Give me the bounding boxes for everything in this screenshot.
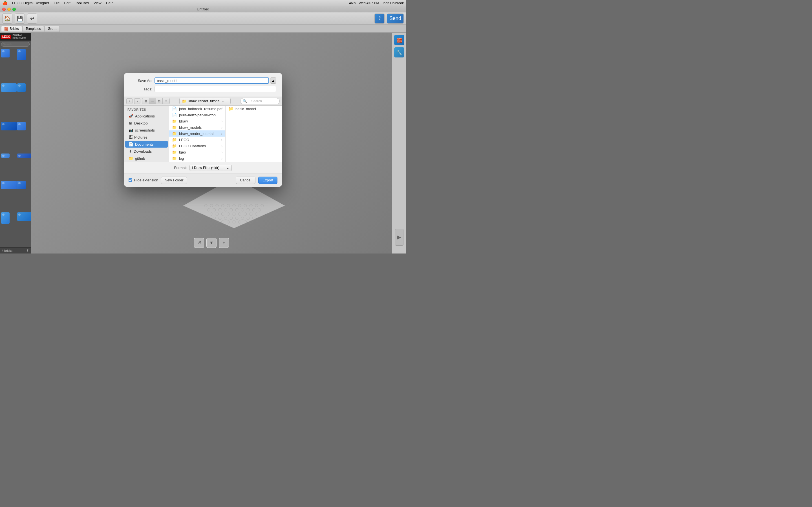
save-dialog: Save As: ▲ Tags: ‹ › ⊞ ☰ ⊟ ≡ 📁 ldr (124, 73, 282, 187)
file-item-resume[interactable]: 📄 john_holbrook_resume.pdf (169, 106, 225, 112)
user-name: John Holbrook (382, 1, 404, 5)
back-button[interactable]: ‹ (126, 98, 133, 104)
sidebar-item-label: Desktop (134, 121, 148, 125)
dialog-overlay: Save As: ▲ Tags: ‹ › ⊞ ☰ ⊟ ≡ 📁 ldr (0, 6, 406, 253)
file-name: ldraw_render_tutorial (179, 131, 213, 136)
cancel-button[interactable]: Cancel (236, 177, 255, 184)
menu-right: 46% Wed 4:07 PM John Holbrook (349, 1, 404, 5)
file-name: log (179, 156, 184, 161)
file-name: ldraw_models (179, 125, 202, 129)
collapse-button[interactable]: ▲ (270, 77, 276, 83)
dialog-footer: Hide extension New Folder Cancel Export (124, 173, 282, 187)
menu-file[interactable]: File (54, 1, 60, 5)
save-as-input[interactable] (154, 77, 269, 83)
browser-toolbar: ‹ › ⊞ ☰ ⊟ ≡ 📁 ldraw_render_tutorial ⌄ 🔍 … (124, 97, 282, 106)
arrow-icon: › (221, 156, 222, 161)
file-item-lego[interactable]: 📁 LEGO › (169, 136, 225, 143)
file-name: john_holbrook_resume.pdf (179, 107, 222, 111)
file-name: LEGO (179, 138, 189, 142)
search-placeholder: Search (251, 99, 262, 103)
screenshots-icon: 📷 (129, 128, 133, 132)
applications-icon: 🚀 (129, 114, 133, 118)
sidebar-item-screenshots[interactable]: 📷 screenshots (125, 127, 168, 133)
save-as-label: Save As: (130, 78, 152, 83)
sidebar-item-label: Pictures (134, 135, 147, 139)
sidebar-item-label: screenshots (135, 128, 155, 132)
format-dropdown[interactable]: LDraw-Files (*.ldr) ⌄ (190, 165, 232, 171)
hide-extension-checkbox[interactable]: Hide extension (129, 178, 158, 182)
github-icon: 📁 (129, 156, 133, 161)
new-folder-button[interactable]: New Folder (161, 177, 187, 184)
file-list-panel-right: 📁 basic_model (225, 106, 282, 162)
folder-icon: 📁 (172, 131, 177, 136)
browser-body: Favorites 🚀 Applications 🖥 Desktop 📷 scr… (124, 106, 282, 162)
clock: Wed 4:07 PM (359, 1, 379, 5)
arrow-icon: › (221, 125, 222, 129)
hide-ext-input[interactable] (129, 178, 132, 182)
format-label: Format: (174, 166, 187, 170)
file-name: ldraw (179, 119, 188, 123)
documents-icon: 📄 (129, 142, 133, 147)
file-name: basic_model (236, 107, 256, 111)
dialog-header: Save As: ▲ Tags: (124, 73, 282, 97)
menu-app-name[interactable]: LEGO Digital Designer (12, 1, 49, 5)
pdf-icon: 📄 (172, 107, 177, 111)
tags-row: Tags: (130, 86, 276, 92)
menubar: 🍎 LEGO Digital Designer File Edit Tool B… (0, 0, 406, 6)
file-item-basic-model[interactable]: 📁 basic_model (225, 106, 282, 112)
sidebar-item-pictures[interactable]: 🖼 Pictures (125, 134, 168, 140)
sidebar-item-label: Applications (135, 114, 155, 118)
view-list-button[interactable]: ☰ (149, 98, 156, 104)
save-as-row: Save As: ▲ (130, 77, 276, 83)
tags-input[interactable] (154, 86, 276, 92)
view-buttons: ⊞ ☰ ⊟ ≡ (142, 98, 170, 104)
apple-menu[interactable]: 🍎 (2, 1, 8, 6)
arrow-icon: › (221, 119, 222, 123)
sidebar-item-downloads[interactable]: ⬇ Downloads (125, 148, 168, 155)
sidebar-panel: Favorites 🚀 Applications 🖥 Desktop 📷 scr… (124, 106, 169, 162)
folder-icon: 📁 (182, 99, 187, 103)
file-item-lgeo[interactable]: 📁 lgeo › (169, 149, 225, 155)
file-name: LEGO Creations (179, 144, 206, 148)
sidebar-item-github[interactable]: 📁 github (125, 155, 168, 162)
location-text: ldraw_render_tutorial (188, 99, 220, 103)
file-item-log[interactable]: 📁 log › (169, 155, 225, 161)
search-icon: 🔍 (243, 99, 247, 103)
file-item-ldraw[interactable]: 📁 ldraw › (169, 118, 225, 124)
battery-indicator: 46% (349, 1, 356, 5)
search-box[interactable]: 🔍 Search (240, 98, 280, 104)
sidebar-item-label: Documents (135, 142, 154, 147)
view-icon-button[interactable]: ⊞ (142, 98, 149, 104)
view-arrange-button[interactable]: ≡ (163, 98, 169, 104)
file-name: joule-hertz-per-newton (179, 113, 216, 117)
menu-view[interactable]: View (94, 1, 101, 5)
location-dropdown[interactable]: 📁 ldraw_render_tutorial ⌄ (179, 98, 231, 104)
folder-icon: 📁 (172, 137, 177, 142)
menu-toolbox[interactable]: Tool Box (75, 1, 89, 5)
folder-icon: 📁 (172, 150, 177, 154)
menu-help[interactable]: Help (106, 1, 114, 5)
view-cover-button[interactable]: ⊟ (156, 98, 163, 104)
file-item-lego-creations[interactable]: 📁 LEGO Creations › (169, 143, 225, 149)
file-icon: 📄 (172, 113, 177, 117)
file-item-ldraw-models[interactable]: 📁 ldraw_models › (169, 124, 225, 130)
location-bar: 📁 ldraw_render_tutorial ⌄ (171, 98, 239, 104)
folder-icon: 📁 (172, 125, 177, 129)
file-item-ldraw-render[interactable]: 📁 ldraw_render_tutorial › (169, 130, 225, 136)
menu-edit[interactable]: Edit (64, 1, 70, 5)
arrow-icon: › (221, 144, 222, 148)
sidebar-item-documents[interactable]: 📄 Documents (125, 141, 168, 148)
file-item-metro[interactable]: 📊 metro.xlsx (169, 161, 225, 162)
format-dropdown-arrow: ⌄ (226, 166, 229, 170)
sidebar-item-desktop[interactable]: 🖥 Desktop (125, 120, 168, 126)
folder-icon: 📁 (172, 156, 177, 161)
forward-button[interactable]: › (134, 98, 140, 104)
file-item-joule[interactable]: 📄 joule-hertz-per-newton (169, 112, 225, 118)
export-button[interactable]: Export (258, 177, 277, 184)
folder-icon: 📁 (229, 107, 233, 111)
format-row: Format: LDraw-Files (*.ldr) ⌄ (124, 162, 282, 173)
sidebar-item-applications[interactable]: 🚀 Applications (125, 113, 168, 119)
downloads-icon: ⬇ (129, 149, 132, 154)
favorites-header: Favorites (124, 106, 169, 112)
desktop-icon: 🖥 (129, 121, 133, 125)
